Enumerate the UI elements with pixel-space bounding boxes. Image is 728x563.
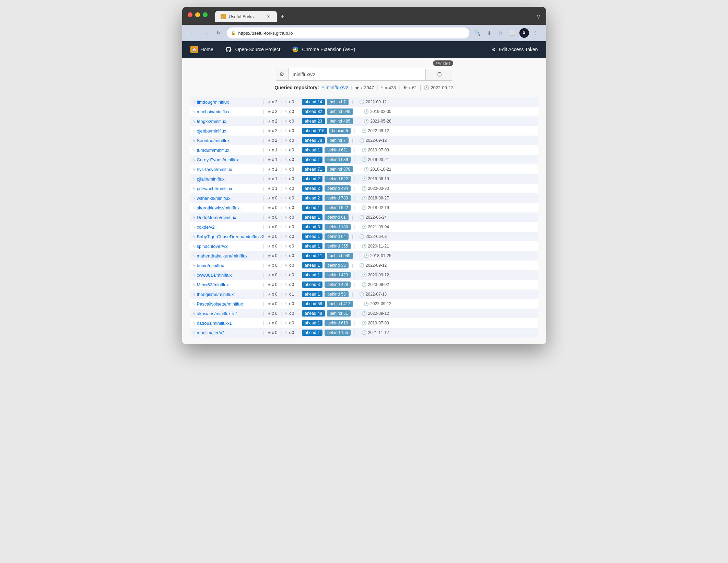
fork-date: 🕐 2022-09-12 xyxy=(364,301,391,306)
close-button[interactable] xyxy=(188,12,192,17)
fork-count: 0 xyxy=(292,176,294,181)
fork-link[interactable]: ⑂ mahendrakalkura/miniflux xyxy=(193,253,262,258)
search-icon[interactable]: 🔍 xyxy=(473,28,482,38)
bookmark-icon[interactable]: ☆ xyxy=(496,28,506,38)
fork-link[interactable]: ⑂ cww0614/miniflux xyxy=(193,273,262,278)
opensource-nav-item[interactable]: Open-Source Project xyxy=(224,45,280,54)
search-input[interactable] xyxy=(289,69,425,80)
fork-icon: ⑂ xyxy=(193,167,196,171)
sidebar-icon[interactable]: ⬜ xyxy=(508,28,517,38)
fork-repo-name: tumdum/miniflux xyxy=(197,148,230,153)
star-count: 0 xyxy=(275,205,278,210)
ahead-badge: ahead 1 xyxy=(302,205,322,211)
fork-link[interactable]: ⑂ PascalNoisette/miniflux xyxy=(193,301,262,307)
fork-icon: ⑂ xyxy=(285,129,287,133)
repo-link[interactable]: ⑂ miniflux/v2 xyxy=(322,85,348,90)
fork-repo-name: qjebbs/miniflux xyxy=(197,128,226,134)
behind-count: 61 xyxy=(341,215,345,220)
fork-count: 0 xyxy=(292,205,294,210)
ahead-badge: ahead 1 xyxy=(302,243,322,249)
fork-row: ⑂ bunin/miniflux | ★ x 0 | ⑂ x 0 | ahead… xyxy=(190,261,538,270)
settings-nav-item[interactable]: ⚙ Edit Access Token xyxy=(492,47,538,52)
fork-link[interactable]: ⑂ coxde/v2 xyxy=(193,225,262,230)
fork-link[interactable]: ⑂ tumdum/miniflux xyxy=(193,148,262,153)
refresh-button[interactable]: ↻ xyxy=(214,28,223,38)
extension-nav-item[interactable]: Chrome Extension (WIP) xyxy=(291,45,355,54)
fork-label: x xyxy=(289,119,291,124)
fork-link[interactable]: ⑂ wshanks/miniflux xyxy=(193,196,262,201)
tab-close-button[interactable]: ✕ xyxy=(266,14,271,19)
fork-link[interactable]: ⑂ hvs-fasya/miniflux xyxy=(193,167,262,172)
behind-label: behind xyxy=(330,100,342,104)
profile-button[interactable]: X xyxy=(519,28,529,38)
fork-link[interactable]: ⑂ akosiaris/miniflux-v2 xyxy=(193,311,262,316)
new-tab-button[interactable]: + xyxy=(278,12,288,22)
fork-link[interactable]: ⑂ thangisme/miniflux xyxy=(193,292,262,297)
back-button[interactable]: ← xyxy=(188,28,197,38)
date-value: 2021-11-17 xyxy=(368,330,389,335)
browser-menu-button[interactable]: ⋮ xyxy=(531,28,541,38)
fork-link[interactable]: ⑂ machsix/miniflux xyxy=(193,109,262,114)
fork-icon: ⑂ xyxy=(285,254,287,258)
loading-spinner xyxy=(437,72,442,77)
fork-row: ⑂ machsix/miniflux | ★ x 2 | ⑂ x 0 | ahe… xyxy=(190,107,538,116)
date-value: 2019-03-21 xyxy=(368,157,389,162)
minimize-button[interactable] xyxy=(195,12,200,17)
fork-link[interactable]: ⑂ fengkx/miniflux xyxy=(193,119,262,124)
fork-label: x xyxy=(289,215,291,220)
star-label: x xyxy=(272,321,274,325)
date-value: 2022-07-13 xyxy=(366,292,387,297)
ahead-label: ahead xyxy=(305,321,316,325)
fork-label: x xyxy=(289,282,291,287)
fork-stat-group: ⑂ x 0 xyxy=(285,157,294,162)
fork-link[interactable]: ⑂ skorotkiewicz/miniflux xyxy=(193,205,262,210)
fork-label: x xyxy=(289,273,291,277)
fork-link[interactable]: ⑂ mpollmeier/v2 xyxy=(193,330,262,335)
fork-link[interactable]: ⑂ spinachlover/v2 xyxy=(193,244,262,249)
ahead-count: 1 xyxy=(318,205,320,210)
home-nav-item[interactable]: 🏠 Home xyxy=(190,46,213,53)
active-tab[interactable]: 🍴 Useful Forks ✕ xyxy=(215,11,277,22)
window-menu-button[interactable]: ∨ xyxy=(536,13,541,20)
fork-link[interactable]: ⑂ bunin/miniflux xyxy=(193,263,262,268)
star-count: 1 xyxy=(275,157,278,162)
fork-link[interactable]: ⑂ Soontao/miniflux xyxy=(193,138,262,143)
fork-row: ⑂ hvs-fasya/miniflux | ★ x 1 | ⑂ x 0 | a… xyxy=(190,164,538,174)
fork-date: 🕐 2020-03-30 xyxy=(362,186,389,191)
fork-link[interactable]: ⑂ qjebbs/miniflux xyxy=(193,128,262,134)
share-icon[interactable]: ⬆ xyxy=(484,28,494,38)
fork-date: 🕐 2019-02-05 xyxy=(364,109,391,114)
clock-icon: 🕐 xyxy=(362,311,367,316)
behind-count: 485 xyxy=(343,119,350,124)
date-value: 2022-09-12 xyxy=(366,138,387,143)
behind-badge: behind 949 xyxy=(327,253,353,259)
fork-link[interactable]: ⑂ pdewacht/miniflux xyxy=(193,186,262,191)
fork-table: ⑂ timdoug/miniflux | ★ x 2 | ⑂ x 0 | ahe… xyxy=(182,97,546,337)
maximize-button[interactable] xyxy=(203,12,208,17)
date-value: 2020-03-30 xyxy=(368,186,389,191)
fork-name-cell: ⑂ nadous/miniflux-1 xyxy=(193,321,262,326)
fork-icon: ⑂ xyxy=(193,263,196,267)
fork-row: ⑂ mpollmeier/v2 | ★ x 0 | ⑂ x 0 | ahead … xyxy=(190,328,538,337)
address-bar[interactable]: 🔒 https://useful-forks.github.io xyxy=(227,27,469,38)
star-icon: ★ xyxy=(268,321,271,325)
fork-link[interactable]: ⑂ Corey-Evans/miniflux xyxy=(193,157,262,162)
fork-link[interactable]: ⑂ nadous/miniflux-1 xyxy=(193,321,262,326)
fork-date: 🕐 2022-09-12 xyxy=(359,138,387,143)
star-icon: ★ xyxy=(268,225,271,229)
fork-date: 🕐 2022-06-24 xyxy=(359,215,387,220)
star-icon: ★ xyxy=(268,119,271,124)
fork-link[interactable]: ⑂ BabyTigerChaseDream/minifluxv2 xyxy=(193,234,262,239)
search-settings-icon[interactable]: ⚙ xyxy=(275,68,289,80)
star-label: x xyxy=(272,301,274,306)
ahead-count: 916 xyxy=(318,128,325,133)
fork-name-cell: ⑂ skorotkiewicz/miniflux xyxy=(193,205,262,210)
fork-link[interactable]: ⑂ pjialin/miniflux xyxy=(193,176,262,182)
fork-link[interactable]: ⑂ Mexx62/miniflux xyxy=(193,282,262,287)
search-go-button[interactable] xyxy=(425,69,453,80)
fork-link[interactable]: ⑂ timdoug/miniflux xyxy=(193,100,262,105)
fork-icon: ⑂ xyxy=(285,283,287,287)
search-bar: ⚙ xyxy=(275,68,453,81)
forward-button[interactable]: → xyxy=(201,28,210,38)
fork-link[interactable]: ⑂ DodoMomo/miniflux xyxy=(193,215,262,220)
